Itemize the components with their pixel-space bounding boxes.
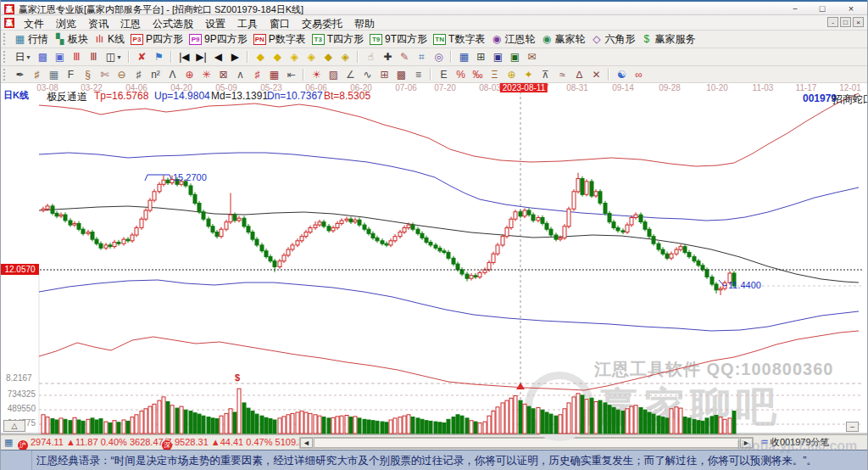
shanghai-index[interactable]: 沪2974.11 ▲11.87 0.40% 3628.47亿 — [18, 436, 173, 449]
view-tool-button-11[interactable]: |◀ — [176, 49, 192, 66]
main-tool-button-10[interactable]: ◉江恩轮 — [488, 31, 537, 48]
view-tool-button-16[interactable]: ◆ — [253, 49, 269, 66]
view-tool-button-33[interactable]: ✉ — [524, 49, 540, 66]
draw-tool-button-21[interactable]: ∠ — [342, 67, 359, 83]
period-label[interactable]: 日K线 — [3, 89, 29, 102]
board-icon[interactable]: ▦ — [4, 436, 13, 449]
main-tool-button-1[interactable]: ▦行情 — [12, 31, 51, 48]
view-tool-button-8[interactable]: ✘ — [134, 49, 150, 66]
scroll-left-arrow[interactable]: ◄ — [300, 438, 313, 448]
draw-tool-button-32[interactable]: ✦ — [520, 67, 537, 83]
view-tool-button-29[interactable]: ▦ — [456, 49, 472, 66]
draw-tool-button-7[interactable]: ⊖ — [114, 67, 130, 83]
draw-tool-button-23[interactable]: ⊞ — [376, 67, 392, 83]
scrollbar-thumb[interactable] — [314, 438, 739, 448]
draw-tool-button-6[interactable]: ✄ — [97, 67, 113, 83]
view-tool-button-32[interactable]: ▣ — [507, 49, 523, 66]
main-tool-button-11[interactable]: ◉赢家轮 — [538, 31, 587, 48]
view-tool-button-23[interactable]: ☝ — [363, 49, 379, 66]
draw-tool-button-34[interactable]: ≈ — [554, 67, 570, 83]
view-tool-button-25[interactable]: ✎ — [397, 49, 413, 66]
main-tool-button-8[interactable]: T99T四方形 — [367, 31, 430, 48]
draw-tool-button-3[interactable]: ▦ — [46, 67, 62, 83]
draw-tool-button-19[interactable]: ☀ — [309, 67, 325, 83]
date-label: 07-20 — [434, 83, 456, 92]
draw-tool-button-12[interactable]: ✳ — [198, 67, 214, 83]
draw-tool-button-1[interactable]: ✒ — [12, 67, 28, 83]
view-tool-grip[interactable] — [3, 51, 8, 63]
view-tool-button-12[interactable]: ▶| — [193, 49, 209, 66]
draw-tool-button-25[interactable]: ≡ — [410, 67, 426, 83]
draw-tool-button-29[interactable]: ‰ — [470, 67, 486, 83]
horizontal-scrollbar[interactable]: ◄ ► — [299, 437, 754, 449]
indicator-name[interactable]: 极反通道 — [47, 90, 87, 104]
view-tool-button-5[interactable]: Ⅲ — [86, 49, 102, 66]
close-button[interactable]: × — [840, 3, 862, 15]
main-tool-button-13[interactable]: $赢家服务 — [638, 31, 698, 48]
main-tool-button-9[interactable]: TNT数字表 — [431, 31, 487, 48]
main-tool-button-7[interactable]: T3T四方形 — [309, 31, 366, 48]
main-tool-button-5[interactable]: P99P四方形 — [186, 31, 250, 48]
draw-tool-button-36[interactable]: ✕ — [588, 67, 604, 83]
main-tool-grip[interactable] — [3, 33, 8, 45]
draw-tool-icon: ʌ — [235, 68, 246, 82]
main-tool-label: T四方形 — [327, 33, 364, 45]
draw-tool-button-22[interactable]: ∿ — [359, 67, 376, 83]
main-tool-button-6[interactable]: PNP数字表 — [251, 31, 309, 48]
draw-tool-button-11[interactable]: ⊕ — [181, 67, 198, 83]
mdi-restore-button[interactable]: □ — [840, 17, 851, 27]
view-tool-button-21[interactable]: ◈ — [337, 49, 353, 66]
draw-tool-button-38[interactable]: ☯ — [614, 67, 630, 83]
view-tool-button-2[interactable]: ▩ — [35, 49, 51, 66]
draw-tool-button-27[interactable]: E — [436, 67, 452, 83]
view-tool-button-19[interactable]: ◈ — [303, 49, 320, 66]
view-tool-button-26[interactable]: ⌗ — [414, 49, 430, 66]
draw-tool-button-35[interactable]: ∆ — [571, 67, 587, 83]
main-tool-button-12[interactable]: ◇六角形 — [588, 31, 637, 48]
view-tool-button-9[interactable]: ⚑ — [151, 49, 167, 66]
view-tool-button-4[interactable]: Ⅲ — [69, 49, 85, 66]
main-tool-button-2[interactable]: ▚板块 — [52, 31, 91, 48]
draw-tool-button-31[interactable]: ⊕ — [504, 67, 520, 83]
view-tool-button-31[interactable]: ▣ — [490, 49, 506, 66]
draw-tool-button-2[interactable]: ♯ — [29, 67, 45, 83]
main-tool-button-3[interactable]: ılıK线 — [92, 31, 127, 48]
view-tool-button-30[interactable]: ⊞ — [473, 49, 489, 66]
view-tool-button-27[interactable]: ◎ — [431, 49, 447, 66]
draw-tool-button-9[interactable]: n² — [147, 67, 164, 83]
mdi-minimize-button[interactable]: - — [827, 17, 838, 27]
view-tool-button-24[interactable]: ✚ — [380, 49, 396, 66]
draw-tool-button-17[interactable]: ⇤ — [283, 67, 299, 83]
mdi-document-icon[interactable]: 赢 — [4, 18, 14, 28]
pane-expand-button[interactable]: △ — [3, 420, 25, 432]
view-tool-button-17[interactable]: ◆ — [270, 49, 286, 66]
draw-tool-button-33[interactable]: ⊼ — [537, 67, 554, 83]
draw-tool-button-15[interactable]: ♯ — [249, 67, 265, 83]
draw-tool-button-30[interactable]: Ξ — [487, 67, 503, 83]
maximize-button[interactable]: □ — [811, 3, 833, 15]
minimize-button[interactable]: － — [784, 3, 806, 15]
pane-collapse-button[interactable]: – — [846, 422, 859, 432]
view-tool-button-6[interactable]: ◫▼ — [103, 49, 125, 66]
view-tool-button-1[interactable]: 日▼ — [12, 49, 34, 66]
view-tool-button-18[interactable]: ◈ — [287, 49, 303, 66]
draw-tool-button-16[interactable]: ▦ — [266, 67, 282, 83]
draw-tool-button-5[interactable]: § — [80, 67, 96, 83]
view-tool-button-14[interactable]: ▶ — [227, 49, 243, 66]
shenzhen-index[interactable]: 深9528.31 ▲44.41 0.47% 5109.30亿 — [162, 436, 318, 449]
draw-tool-button-8[interactable]: ♯ — [131, 67, 147, 83]
draw-tool-button-24[interactable]: ▩ — [393, 67, 409, 83]
draw-tool-button-20[interactable]: ▨ — [326, 67, 342, 83]
draw-tool-button-39[interactable]: ∞ — [631, 67, 647, 83]
draw-tool-button-10[interactable]: Λ — [164, 67, 181, 83]
draw-tool-button-28[interactable]: % — [453, 67, 469, 83]
draw-tool-button-14[interactable]: ʌ — [232, 67, 248, 83]
draw-tool-grip[interactable] — [3, 69, 8, 81]
draw-tool-button-4[interactable]: F — [63, 67, 79, 83]
view-tool-button-3[interactable]: ▣ — [52, 49, 68, 66]
draw-tool-button-13[interactable]: ⊠ — [215, 67, 231, 83]
view-tool-button-13[interactable]: ◀ — [210, 49, 226, 66]
mdi-close-button[interactable]: × — [853, 17, 864, 27]
main-tool-button-4[interactable]: P3P四方形 — [128, 31, 186, 48]
view-tool-button-20[interactable]: ◆ — [320, 49, 337, 66]
